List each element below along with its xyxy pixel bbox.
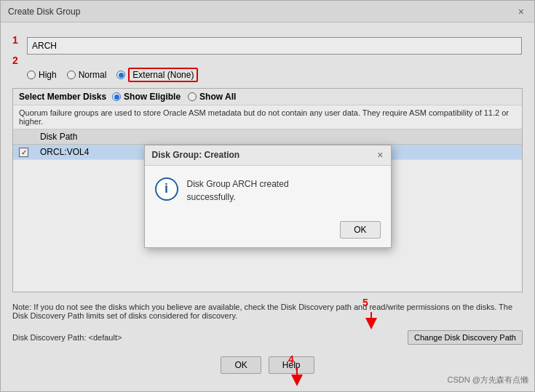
modal-title: Disk Group: Creation: [152, 150, 240, 160]
main-window: Create Disk Group × 1 2 High Normal Exte…: [0, 0, 535, 392]
creation-dialog: Disk Group: Creation × i Disk Group ARCH…: [144, 145, 392, 248]
info-icon: i: [155, 177, 178, 201]
modal-close-button[interactable]: ×: [377, 149, 383, 161]
modal-title-bar: Disk Group: Creation ×: [145, 145, 391, 166]
modal-footer: OK: [145, 215, 391, 247]
modal-body: i Disk Group ARCH createdsuccessfully.: [145, 166, 391, 215]
watermark: CSDN @方先森有点懒: [448, 375, 528, 385]
modal-message: Disk Group ARCH createdsuccessfully.: [187, 177, 289, 204]
modal-overlay: Disk Group: Creation × i Disk Group ARCH…: [1, 1, 534, 391]
modal-ok-button[interactable]: OK: [340, 221, 380, 239]
